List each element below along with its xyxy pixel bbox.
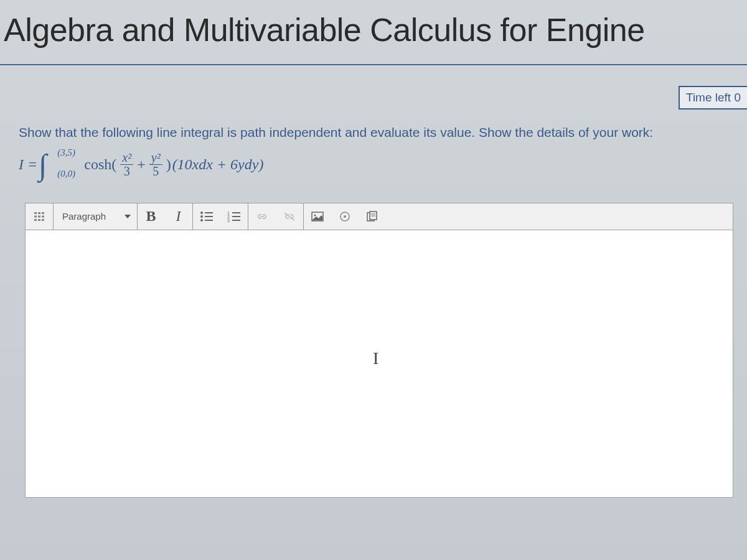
cosh-label: cosh(	[84, 156, 116, 173]
svg-point-23	[314, 214, 316, 216]
frac-x-num: x²	[120, 151, 133, 165]
media-icon	[338, 211, 352, 222]
svg-rect-6	[34, 219, 37, 221]
svg-rect-5	[42, 215, 44, 217]
svg-rect-7	[38, 219, 40, 221]
eq-tail: (10xdx + 6ydy)	[172, 156, 264, 173]
plus-sign: +	[137, 156, 146, 173]
integral-sign: ∫	[39, 151, 47, 178]
integral-upper: (3,5)	[57, 147, 75, 158]
integral-lower: (0,0)	[57, 169, 75, 179]
timer-box: Time left 0	[679, 86, 747, 110]
frac-x-den: 3	[122, 165, 132, 178]
svg-rect-12	[205, 216, 213, 217]
bold-icon: B	[146, 208, 156, 225]
svg-point-25	[344, 215, 346, 218]
text-cursor: I	[373, 348, 378, 368]
italic-icon: I	[176, 208, 181, 225]
chevron-down-icon	[125, 215, 131, 218]
question-prompt: Show that the following line integral is…	[19, 123, 733, 142]
integral-block: ∫ (3,5) (0,0)	[39, 151, 47, 178]
format-select[interactable]: Paragraph	[54, 203, 137, 230]
link-icon	[255, 211, 269, 222]
svg-text:3: 3	[227, 218, 230, 222]
fraction-x: x² 3	[120, 151, 133, 178]
svg-rect-1	[38, 212, 40, 214]
bold-button[interactable]: B	[138, 203, 165, 230]
editor-toolbar: Paragraph B I 1 2 3	[25, 203, 733, 230]
frac-y-num: y²	[149, 151, 162, 165]
manage-files-button[interactable]	[359, 203, 386, 230]
svg-rect-10	[205, 212, 213, 213]
image-button[interactable]	[304, 203, 331, 230]
svg-rect-14	[205, 220, 213, 221]
ordered-list-button[interactable]: 1 2 3	[220, 203, 248, 230]
italic-button[interactable]: I	[165, 203, 192, 230]
eq-lhs: I =	[19, 156, 37, 173]
page-title: Algebra and Multivariable Calculus for E…	[0, 0, 747, 64]
fraction-y: y² 5	[149, 151, 162, 178]
svg-rect-20	[232, 220, 240, 221]
unlink-icon	[283, 211, 296, 222]
link-button[interactable]	[248, 203, 276, 230]
close-paren: )	[166, 156, 171, 173]
svg-rect-18	[232, 216, 240, 217]
question-area: Show that the following line integral is…	[0, 109, 747, 178]
toolbar-show-more-button[interactable]	[26, 203, 53, 230]
editor-content[interactable]: I	[25, 230, 733, 498]
format-select-label: Paragraph	[62, 211, 106, 222]
header-divider	[0, 64, 747, 65]
unordered-list-icon	[200, 211, 214, 222]
unlink-button[interactable]	[276, 203, 303, 230]
svg-rect-2	[42, 212, 44, 214]
svg-rect-0	[34, 212, 37, 214]
image-icon	[311, 211, 324, 222]
svg-point-11	[200, 215, 203, 218]
media-button[interactable]	[331, 203, 359, 230]
frac-y-den: 5	[151, 165, 161, 178]
ordered-list-icon: 1 2 3	[227, 211, 241, 222]
svg-rect-8	[42, 219, 44, 221]
files-icon	[365, 211, 379, 222]
svg-point-9	[200, 212, 203, 214]
svg-rect-3	[34, 215, 37, 217]
svg-point-13	[200, 219, 203, 222]
grid-icon	[33, 210, 45, 223]
svg-rect-16	[232, 212, 240, 213]
unordered-list-button[interactable]	[193, 203, 220, 230]
svg-rect-4	[38, 215, 40, 217]
equation: I = ∫ (3,5) (0,0) cosh( x² 3 + y² 5 ) (1…	[19, 151, 733, 178]
